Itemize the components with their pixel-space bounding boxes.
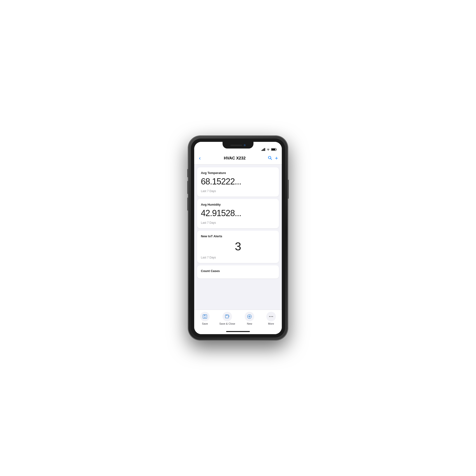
svg-rect-0: [262, 150, 262, 151]
save-button[interactable]: Save: [198, 312, 212, 325]
signal-icon: [262, 148, 265, 151]
avg-temperature-value: 68.15222...: [201, 177, 275, 187]
front-camera: [244, 144, 246, 146]
avg-humidity-label: Avg Humidity: [201, 203, 275, 206]
save-close-icon: [225, 314, 230, 319]
avg-humidity-value: 42.91528...: [201, 208, 275, 218]
status-icons: [262, 148, 277, 151]
new-icon: [247, 314, 252, 319]
new-iot-alerts-period: Last 7 Days: [201, 256, 275, 259]
screen-area: ‹ HVAC X232 +: [191, 138, 285, 338]
nav-bar: ‹ HVAC X232 +: [194, 152, 282, 165]
save-label: Save: [202, 322, 208, 325]
avg-humidity-period: Last 7 Days: [201, 221, 275, 224]
content-area[interactable]: Avg Temperature 68.15222... Last 7 Days …: [194, 165, 282, 310]
volume-up-button: [187, 181, 188, 194]
more-icon: [269, 314, 274, 319]
svg-line-8: [271, 158, 272, 160]
avg-temperature-card[interactable]: Avg Temperature 68.15222... Last 7 Days: [197, 167, 279, 197]
svg-rect-12: [204, 315, 205, 316]
save-close-button[interactable]: Save & Close: [219, 312, 235, 325]
screen: ‹ HVAC X232 +: [194, 142, 282, 334]
nav-actions: +: [268, 155, 278, 161]
toolbar: Save Save & Close: [194, 310, 282, 329]
save-close-icon-wrap: [222, 312, 232, 321]
add-icon[interactable]: +: [275, 155, 278, 161]
svg-rect-1: [262, 149, 263, 151]
home-indicator: [194, 329, 282, 334]
new-label: New: [247, 322, 252, 325]
svg-point-4: [268, 150, 269, 151]
battery-icon: [271, 148, 277, 151]
svg-rect-11: [204, 317, 206, 318]
phone-device: ‹ HVAC X232 +: [188, 136, 288, 340]
svg-rect-3: [264, 148, 265, 151]
avg-temperature-label: Avg Temperature: [201, 171, 275, 175]
svg-point-21: [272, 316, 273, 317]
more-button[interactable]: More: [264, 312, 278, 325]
page-title: HVAC X232: [224, 156, 246, 161]
count-cases-label: Count Cases: [201, 269, 275, 273]
save-icon-wrap: [200, 312, 210, 321]
home-bar: [226, 331, 250, 332]
search-icon[interactable]: [268, 156, 272, 161]
new-icon-wrap: [245, 312, 254, 321]
more-icon-wrap: [266, 312, 276, 321]
speaker: [230, 145, 242, 146]
new-iot-alerts-value: 3: [201, 240, 275, 253]
svg-rect-2: [263, 149, 264, 151]
wifi-icon: [266, 148, 270, 151]
svg-point-20: [271, 316, 272, 317]
new-button[interactable]: New: [242, 312, 256, 325]
count-cases-card[interactable]: Count Cases: [197, 265, 279, 278]
save-icon: [202, 314, 207, 319]
back-button[interactable]: ‹: [198, 154, 202, 162]
volume-down-button: [187, 198, 188, 211]
svg-rect-15: [226, 315, 227, 316]
svg-point-19: [269, 316, 270, 317]
more-label: More: [268, 322, 274, 325]
save-close-label: Save & Close: [219, 322, 235, 325]
phone-shell: ‹ HVAC X232 +: [188, 136, 288, 340]
new-iot-alerts-label: New IoT Alerts: [201, 235, 275, 238]
power-button: [288, 180, 289, 199]
avg-humidity-card[interactable]: Avg Humidity 42.91528... Last 7 Days: [197, 199, 279, 228]
notch: [222, 142, 254, 149]
svg-rect-6: [272, 149, 275, 151]
mute-button: [187, 169, 188, 177]
avg-temperature-period: Last 7 Days: [201, 189, 275, 193]
new-iot-alerts-card[interactable]: New IoT Alerts 3 Last 7 Days: [197, 231, 279, 263]
